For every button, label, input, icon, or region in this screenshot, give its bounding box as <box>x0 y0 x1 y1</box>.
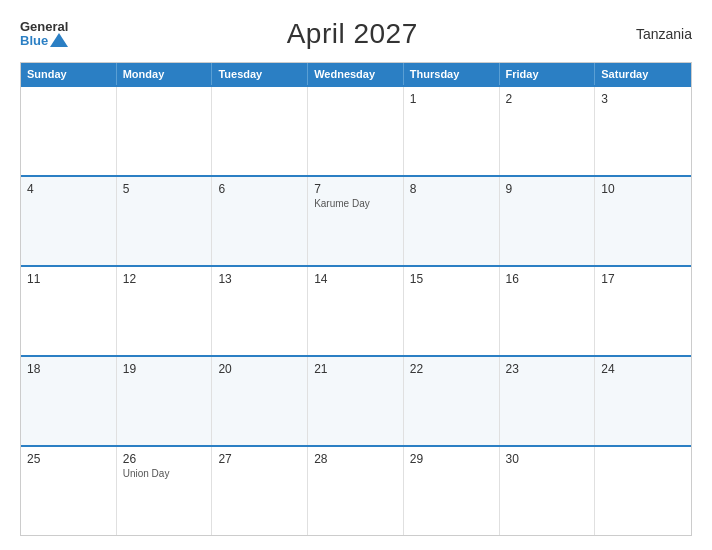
logo-blue: Blue <box>20 34 48 47</box>
svg-marker-0 <box>50 33 68 47</box>
calendar-cell <box>212 87 308 175</box>
calendar-cell: 20 <box>212 357 308 445</box>
page-title: April 2027 <box>287 18 418 50</box>
cell-day-number: 26 <box>123 452 206 466</box>
cell-day-number: 19 <box>123 362 206 376</box>
cell-event-label: Karume Day <box>314 198 397 209</box>
page-header: General Blue April 2027 Tanzania <box>20 18 692 50</box>
cell-event-label: Union Day <box>123 468 206 479</box>
cell-day-number: 18 <box>27 362 110 376</box>
calendar-cell: 3 <box>595 87 691 175</box>
calendar-cell <box>117 87 213 175</box>
calendar-cell <box>595 447 691 535</box>
calendar-cell: 7Karume Day <box>308 177 404 265</box>
logo: General Blue <box>20 20 68 48</box>
calendar-cell: 16 <box>500 267 596 355</box>
cell-day-number: 13 <box>218 272 301 286</box>
cell-day-number: 17 <box>601 272 685 286</box>
calendar-cell: 12 <box>117 267 213 355</box>
cell-day-number: 3 <box>601 92 685 106</box>
cell-day-number: 24 <box>601 362 685 376</box>
logo-general: General <box>20 20 68 33</box>
cell-day-number: 16 <box>506 272 589 286</box>
cell-day-number: 14 <box>314 272 397 286</box>
cell-day-number: 21 <box>314 362 397 376</box>
calendar-row-4: 2526Union Day27282930 <box>21 445 691 535</box>
calendar-row-0: 123 <box>21 85 691 175</box>
weekday-header-friday: Friday <box>500 63 596 85</box>
country-label: Tanzania <box>636 26 692 42</box>
calendar-cell: 1 <box>404 87 500 175</box>
calendar-cell: 18 <box>21 357 117 445</box>
calendar-cell: 13 <box>212 267 308 355</box>
calendar-cell: 9 <box>500 177 596 265</box>
cell-day-number: 12 <box>123 272 206 286</box>
cell-day-number: 8 <box>410 182 493 196</box>
weekday-header-monday: Monday <box>117 63 213 85</box>
calendar-cell: 19 <box>117 357 213 445</box>
cell-day-number: 28 <box>314 452 397 466</box>
weekday-header-sunday: Sunday <box>21 63 117 85</box>
cell-day-number: 11 <box>27 272 110 286</box>
weekday-header-wednesday: Wednesday <box>308 63 404 85</box>
calendar-row-2: 11121314151617 <box>21 265 691 355</box>
cell-day-number: 6 <box>218 182 301 196</box>
calendar-cell: 17 <box>595 267 691 355</box>
calendar-cell: 22 <box>404 357 500 445</box>
calendar-cell: 30 <box>500 447 596 535</box>
calendar-cell: 26Union Day <box>117 447 213 535</box>
calendar-header: SundayMondayTuesdayWednesdayThursdayFrid… <box>21 63 691 85</box>
calendar-cell <box>21 87 117 175</box>
cell-day-number: 29 <box>410 452 493 466</box>
calendar-body: 1234567Karume Day89101112131415161718192… <box>21 85 691 535</box>
calendar-cell: 15 <box>404 267 500 355</box>
calendar-cell: 4 <box>21 177 117 265</box>
cell-day-number: 4 <box>27 182 110 196</box>
calendar-page: General Blue April 2027 Tanzania SundayM… <box>0 0 712 550</box>
cell-day-number: 9 <box>506 182 589 196</box>
cell-day-number: 30 <box>506 452 589 466</box>
calendar-cell: 5 <box>117 177 213 265</box>
cell-day-number: 22 <box>410 362 493 376</box>
calendar-cell: 28 <box>308 447 404 535</box>
calendar-cell: 25 <box>21 447 117 535</box>
calendar-cell: 11 <box>21 267 117 355</box>
cell-day-number: 10 <box>601 182 685 196</box>
cell-day-number: 5 <box>123 182 206 196</box>
logo-icon <box>50 33 68 47</box>
calendar-cell: 14 <box>308 267 404 355</box>
calendar-cell: 23 <box>500 357 596 445</box>
weekday-header-tuesday: Tuesday <box>212 63 308 85</box>
cell-day-number: 27 <box>218 452 301 466</box>
calendar-cell: 2 <box>500 87 596 175</box>
weekday-header-thursday: Thursday <box>404 63 500 85</box>
calendar-cell: 8 <box>404 177 500 265</box>
cell-day-number: 23 <box>506 362 589 376</box>
cell-day-number: 2 <box>506 92 589 106</box>
calendar-row-3: 18192021222324 <box>21 355 691 445</box>
cell-day-number: 1 <box>410 92 493 106</box>
calendar-row-1: 4567Karume Day8910 <box>21 175 691 265</box>
calendar-cell: 21 <box>308 357 404 445</box>
cell-day-number: 25 <box>27 452 110 466</box>
calendar-grid: SundayMondayTuesdayWednesdayThursdayFrid… <box>20 62 692 536</box>
calendar-cell: 10 <box>595 177 691 265</box>
cell-day-number: 15 <box>410 272 493 286</box>
cell-day-number: 20 <box>218 362 301 376</box>
calendar-cell <box>308 87 404 175</box>
calendar-cell: 27 <box>212 447 308 535</box>
calendar-cell: 6 <box>212 177 308 265</box>
weekday-header-saturday: Saturday <box>595 63 691 85</box>
cell-day-number: 7 <box>314 182 397 196</box>
calendar-cell: 24 <box>595 357 691 445</box>
calendar-cell: 29 <box>404 447 500 535</box>
